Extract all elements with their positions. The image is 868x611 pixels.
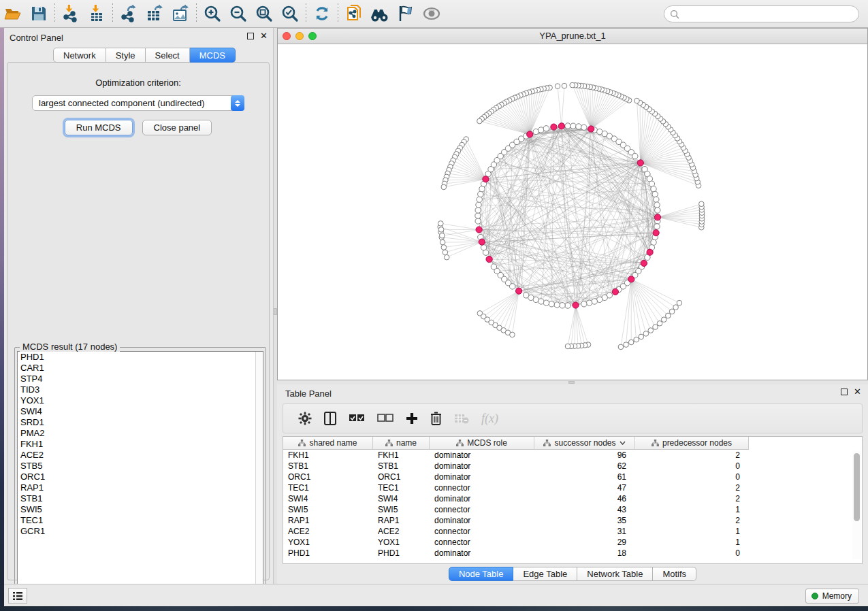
- tab-edge-table[interactable]: Edge Table: [513, 567, 577, 581]
- table-cell[interactable]: dominator: [430, 461, 534, 472]
- save-session-button[interactable]: [26, 2, 52, 25]
- list-item[interactable]: SWI4: [18, 406, 263, 417]
- list-item[interactable]: PMA2: [18, 428, 263, 439]
- table-row[interactable]: SWI5SWI5connector431: [283, 504, 862, 515]
- table-row[interactable]: YOX1YOX1connector291: [283, 537, 862, 548]
- table-cell[interactable]: 1: [635, 504, 749, 515]
- tab-style[interactable]: Style: [106, 48, 146, 63]
- table-cell[interactable]: 0: [635, 461, 749, 472]
- list-item[interactable]: STP4: [18, 374, 263, 384]
- run-mcds-button[interactable]: Run MCDS: [65, 120, 133, 135]
- table-row[interactable]: STB1STB1dominator620: [283, 461, 862, 472]
- table-cell[interactable]: STB1: [283, 461, 373, 472]
- mcds-result-list[interactable]: PHD1CAR1STP4TID3YOX1SWI4SRD1PMA2FKH1ACE2…: [17, 351, 263, 596]
- table-cell[interactable]: ACE2: [373, 526, 430, 537]
- table-cell[interactable]: 61: [534, 472, 635, 482]
- scrollbar-thumb[interactable]: [854, 453, 860, 521]
- list-item[interactable]: YOX1: [18, 395, 263, 406]
- export-image-button[interactable]: [167, 2, 193, 25]
- float-panel-icon[interactable]: [841, 389, 848, 395]
- table-cell[interactable]: 2: [635, 482, 749, 493]
- split-columns-button[interactable]: [324, 412, 336, 425]
- table-cell[interactable]: 2: [635, 515, 749, 526]
- list-item[interactable]: CAR1: [18, 363, 263, 374]
- table-cell[interactable]: SWI4: [283, 493, 373, 504]
- column-header-shared-name[interactable]: shared name: [283, 437, 373, 450]
- table-cell[interactable]: 2: [635, 450, 749, 461]
- list-item[interactable]: FKH1: [18, 439, 263, 450]
- delete-column-button[interactable]: [430, 412, 442, 425]
- table-cell[interactable]: ORC1: [373, 472, 430, 482]
- table-row[interactable]: SWI4SWI4dominator462: [283, 493, 862, 504]
- table-row[interactable]: ORC1ORC1dominator610: [283, 472, 862, 482]
- table-cell[interactable]: 0: [635, 548, 749, 559]
- float-panel-icon[interactable]: [247, 33, 254, 39]
- table-cell[interactable]: TEC1: [373, 482, 430, 493]
- table-cell[interactable]: 2: [635, 493, 749, 504]
- table-cell[interactable]: connector: [430, 482, 534, 493]
- show-panel-button[interactable]: [419, 2, 445, 25]
- table-cell[interactable]: dominator: [430, 515, 534, 526]
- optimization-criterion-dropdown[interactable]: largest connected component (undirected): [32, 95, 244, 111]
- table-cell[interactable]: connector: [430, 537, 534, 548]
- table-cell[interactable]: SWI5: [373, 504, 430, 515]
- splitter-grip[interactable]: [568, 381, 575, 384]
- table-cell[interactable]: 1: [635, 537, 749, 548]
- table-row[interactable]: FKH1FKH1dominator962: [283, 450, 862, 461]
- tab-mcds[interactable]: MCDS: [190, 48, 236, 63]
- zoom-selected-button[interactable]: [277, 2, 303, 25]
- list-item[interactable]: RAP1: [18, 482, 263, 493]
- table-row[interactable]: TEC1TEC1connector472: [283, 482, 862, 493]
- select-all-button[interactable]: [349, 414, 365, 423]
- list-item[interactable]: TEC1: [18, 515, 263, 526]
- table-cell[interactable]: 46: [534, 493, 635, 504]
- refresh-button[interactable]: [309, 2, 335, 25]
- table-cell[interactable]: 18: [534, 548, 635, 559]
- tab-network[interactable]: Network: [53, 48, 106, 63]
- table-cell[interactable]: dominator: [430, 450, 534, 461]
- table-cell[interactable]: 29: [534, 537, 635, 548]
- list-item[interactable]: SRD1: [18, 417, 263, 428]
- table-cell[interactable]: SWI4: [373, 493, 430, 504]
- table-cell[interactable]: dominator: [430, 548, 534, 559]
- table-cell[interactable]: TEC1: [283, 482, 373, 493]
- gear-button[interactable]: [298, 412, 312, 425]
- maximize-window-icon[interactable]: [308, 32, 317, 40]
- global-search[interactable]: [664, 5, 859, 22]
- zoom-fit-button[interactable]: [251, 2, 277, 25]
- delete-table-button[interactable]: [454, 413, 469, 424]
- table-cell[interactable]: 31: [534, 526, 635, 537]
- close-window-icon[interactable]: [283, 32, 291, 40]
- list-item[interactable]: GCR1: [18, 526, 263, 537]
- export-network-button[interactable]: [116, 2, 142, 25]
- table-cell[interactable]: 96: [534, 450, 635, 461]
- table-cell[interactable]: ORC1: [283, 472, 373, 482]
- table-cell[interactable]: FKH1: [283, 450, 373, 461]
- table-row[interactable]: ACE2ACE2connector311: [283, 526, 862, 537]
- table-cell[interactable]: RAP1: [283, 515, 373, 526]
- search-network-button[interactable]: [367, 2, 393, 25]
- table-cell[interactable]: connector: [430, 504, 534, 515]
- table-cell[interactable]: 62: [534, 461, 635, 472]
- table-scrollbar[interactable]: [852, 450, 861, 559]
- list-item[interactable]: TID3: [18, 384, 263, 395]
- function-builder-button[interactable]: f(x): [481, 412, 498, 426]
- table-row[interactable]: RAP1RAP1dominator352: [283, 515, 862, 526]
- export-table-button[interactable]: [142, 2, 167, 25]
- result-scrollbar[interactable]: [255, 352, 263, 595]
- deselect-all-button[interactable]: [377, 414, 393, 423]
- network-window-titlebar[interactable]: YPA_prune.txt_1: [278, 29, 867, 44]
- tab-node-table[interactable]: Node Table: [449, 567, 514, 581]
- table-cell[interactable]: ACE2: [283, 526, 373, 537]
- table-cell[interactable]: dominator: [430, 493, 534, 504]
- list-item[interactable]: SWI5: [18, 504, 263, 515]
- table-cell[interactable]: 35: [534, 515, 635, 526]
- column-header-name[interactable]: name: [373, 437, 430, 450]
- table-cell[interactable]: PHD1: [373, 548, 430, 559]
- tab-network-table[interactable]: Network Table: [577, 567, 653, 581]
- table-cell[interactable]: 47: [534, 482, 635, 493]
- close-panel-icon[interactable]: ✕: [260, 33, 268, 39]
- table-cell[interactable]: 43: [534, 504, 635, 515]
- import-table-button[interactable]: [84, 2, 110, 25]
- list-item[interactable]: PHD1: [18, 352, 263, 363]
